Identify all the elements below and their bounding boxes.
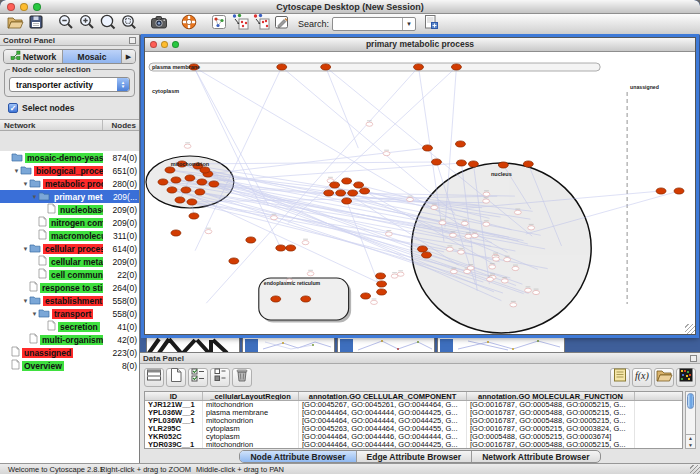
table-row[interactable]: YDR039C__1mitochondrion[GO:0044464, GO:0… <box>145 441 682 449</box>
tree-item-label: transport <box>52 309 93 319</box>
float-panel-icon[interactable] <box>690 355 697 362</box>
search-input[interactable]: ▼ <box>332 17 416 31</box>
float-panel-icon[interactable] <box>129 37 136 44</box>
zoom-selected-button[interactable] <box>118 15 139 34</box>
table-row[interactable]: YLR295Ccytoplasm[GO:0045263, GO:0044464,… <box>145 425 682 433</box>
matrix-view-button[interactable] <box>676 368 696 387</box>
layout-nodes-button[interactable] <box>229 15 250 34</box>
background-network-window[interactable] <box>146 336 240 353</box>
scrollbar-thumb[interactable] <box>687 393 694 409</box>
column-header-3[interactable]: annotation.GO CELLULAR_COMPONENT <box>299 392 467 400</box>
tree-item-cellular-process[interactable]: ▼cellular process614(0) <box>0 242 139 255</box>
zoom-fit-button[interactable] <box>97 15 118 34</box>
background-network-window[interactable] <box>337 336 435 353</box>
node-color-dropdown[interactable]: transporter activity ▲▼ <box>9 77 130 92</box>
tree-item-biological-process[interactable]: ▼biological_process651(0) <box>0 164 139 177</box>
expand-toggle-icon[interactable]: ▼ <box>31 194 38 200</box>
tree-col-network[interactable]: Network <box>0 120 103 130</box>
tree-item-transport[interactable]: ▼transport558(0) <box>0 307 139 320</box>
expand-toggle-icon[interactable]: ▼ <box>22 181 29 187</box>
annotate-button[interactable] <box>271 15 292 34</box>
column-header-1[interactable]: ID <box>145 392 203 400</box>
expand-toggle-icon[interactable]: ▼ <box>22 298 29 304</box>
tree-item-nucleobase-[interactable]: nucleobase-209(0) <box>0 203 139 216</box>
function-builder-button[interactable]: f(x) <box>632 368 652 387</box>
tab-mosaic[interactable]: Mosaic <box>63 50 122 63</box>
tab-node-attribute-browser[interactable]: Node Attribute Browser <box>240 451 356 462</box>
attribute-mode-icon <box>211 366 229 388</box>
main-toolbar: Search: ▼ <box>0 14 700 35</box>
save-button[interactable] <box>25 15 46 34</box>
table-scrollbar[interactable]: ▲▼ <box>685 391 696 449</box>
tree-item-node-count: 41(0) <box>103 322 139 332</box>
table-cell: [GO:0044464, GO:0044444, GO:0044425, G..… <box>299 409 467 417</box>
tree-item-cell-communicat[interactable]: cell communicat22(0) <box>0 268 139 281</box>
attribute-mode-button[interactable] <box>210 368 230 387</box>
minimize-window-button[interactable] <box>20 3 28 11</box>
tree-col-nodes[interactable]: Nodes <box>103 120 139 130</box>
scrollbar-arrows[interactable]: ▲▼ <box>686 434 695 448</box>
window-resize-grip[interactable] <box>685 324 695 334</box>
tree-item-label: Overview <box>22 361 64 371</box>
network-canvas[interactable]: plasma membranecytoplasmmitochondrionnuc… <box>145 52 695 334</box>
background-network-window[interactable] <box>242 336 335 353</box>
tree-item-macromolecule[interactable]: macromolecule311(0) <box>0 229 139 242</box>
app-titlebar[interactable]: Cytoscape Desktop (New Session) <box>0 0 700 14</box>
table-cell: YPL036W__2 <box>145 409 203 417</box>
column-header-2[interactable]: _cellularLayoutRegion <box>203 392 299 400</box>
tree-item-establishment-of-lo[interactable]: ▼establishment of lo558(0) <box>0 294 139 307</box>
help-button[interactable] <box>178 15 199 34</box>
tab-overflow-button[interactable]: ▶ <box>122 50 135 63</box>
table-row[interactable]: YKR052Ccytoplasm[GO:0044464, GO:0044446,… <box>145 433 682 441</box>
app-resize-grip[interactable] <box>690 465 700 474</box>
zoom-in-button[interactable] <box>76 15 97 34</box>
svg-text:nucleus: nucleus <box>491 171 512 177</box>
folder-icon <box>11 152 23 164</box>
expand-toggle-icon[interactable]: ▼ <box>13 168 20 174</box>
tab-edge-attribute-browser[interactable]: Edge Attribute Browser <box>357 451 473 462</box>
snapshot-button[interactable] <box>148 15 169 34</box>
table-row[interactable]: YJR121W__1mitochondrion[GO:0045267, GO:0… <box>145 401 682 409</box>
layout-edges-button[interactable] <box>250 15 271 34</box>
zoom-out-button[interactable] <box>55 15 76 34</box>
network-window-titlebar[interactable]: primary metabolic process <box>145 38 695 52</box>
select-nodes-checkbox[interactable]: ✓ <box>8 103 18 113</box>
network-view-window[interactable]: primary metabolic process plasma membran… <box>144 37 696 335</box>
expand-toggle-icon[interactable]: ▼ <box>31 311 38 317</box>
import-network-button[interactable] <box>420 15 441 34</box>
tree-item-nitrogen-compo[interactable]: nitrogen compo209(0) <box>0 216 139 229</box>
zoom-view-button[interactable] <box>172 41 179 48</box>
annotation-notes-button[interactable] <box>610 368 630 387</box>
tree-item-mosaic-demo-yeast[interactable]: mosaic-demo-yeast874(0) <box>0 151 139 164</box>
column-header-4[interactable]: annotation.GO MOLECULAR_FUNCTION <box>467 392 635 400</box>
network-overview-button[interactable] <box>208 15 229 34</box>
import-attributes-button[interactable] <box>654 368 674 387</box>
tree-item-node-count: 264(0) <box>103 283 139 293</box>
open-button[interactable] <box>4 15 25 34</box>
close-view-button[interactable] <box>150 41 157 48</box>
tab-network-attribute-browser[interactable]: Network Attribute Browser <box>472 451 599 462</box>
tree-item-unassigned[interactable]: unassigned223(0) <box>0 346 139 359</box>
select-attributes-button[interactable] <box>188 368 208 387</box>
new-attribute-button[interactable] <box>166 368 186 387</box>
tree-item-overview[interactable]: Overview8(0) <box>0 359 139 372</box>
background-network-window[interactable] <box>437 336 565 353</box>
table-row[interactable]: YPL036W__1mitochondrion[GO:0044464, GO:0… <box>145 417 682 425</box>
tree-item-cellular-metabo[interactable]: cellular metabo209(0) <box>0 255 139 268</box>
minimize-view-button[interactable] <box>161 41 168 48</box>
close-window-button[interactable] <box>7 3 15 11</box>
search-dropdown-button[interactable]: ▼ <box>402 18 415 30</box>
table-cell: cytoplasm <box>203 425 299 433</box>
delete-attribute-button[interactable] <box>232 368 252 387</box>
tree-item-multi-organism-pro[interactable]: multi-organism pro42(0) <box>0 333 139 346</box>
expand-toggle-icon[interactable]: ▼ <box>22 246 29 252</box>
tree-item-secretion[interactable]: secretion41(0) <box>0 320 139 333</box>
table-row[interactable]: YPL036W__2plasma membrane[GO:0044464, GO… <box>145 409 682 417</box>
attribute-table-button[interactable] <box>144 368 164 387</box>
zoom-window-button[interactable] <box>33 3 41 11</box>
tree-item-primary-metabo[interactable]: ▼primary metabo209(... <box>0 190 139 203</box>
tree-item-metabolic-process[interactable]: ▼metabolic process280(0) <box>0 177 139 190</box>
tree-item-response-to-stimulu[interactable]: response to stimulu264(0) <box>0 281 139 294</box>
tab-network[interactable]: Network <box>4 50 63 63</box>
data-panel-toolbar: f(x) <box>144 365 696 389</box>
